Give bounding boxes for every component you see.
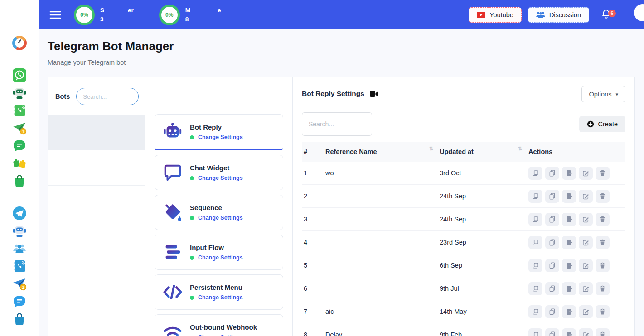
export-button[interactable]	[562, 305, 576, 318]
duplicate-button[interactable]	[545, 213, 559, 226]
telegram-icon[interactable]	[12, 206, 27, 221]
delete-button[interactable]	[596, 190, 610, 203]
copy-button[interactable]	[528, 167, 542, 180]
whatsapp-broadcast-icon[interactable]: 1	[12, 120, 27, 136]
whatsapp-shop-icon[interactable]	[12, 173, 27, 189]
edit-button[interactable]	[579, 167, 593, 180]
status-dot	[190, 135, 194, 139]
edit-button[interactable]	[579, 305, 593, 318]
feature-card-bot-reply[interactable]: Bot Reply Change Settings	[155, 114, 283, 150]
telegram-bot-icon[interactable]	[12, 223, 27, 239]
create-button[interactable]: Create	[579, 116, 625, 132]
delete-button[interactable]	[596, 236, 610, 249]
delete-button[interactable]	[596, 328, 610, 336]
stat-message: 0% Me 8	[159, 5, 221, 25]
youtube-button[interactable]: Youtube	[469, 7, 522, 23]
bot-list-item-selected[interactable]	[48, 115, 145, 150]
change-settings-link[interactable]: Change Settings	[190, 254, 243, 261]
hamburger-menu-button[interactable]	[49, 10, 61, 19]
delete-button[interactable]	[596, 305, 610, 318]
whatsapp-bot-icon[interactable]	[12, 85, 27, 101]
feature-card-sequence[interactable]: Sequence Change Settings	[155, 195, 283, 230]
delete-button[interactable]	[596, 167, 610, 180]
delete-button[interactable]	[596, 259, 610, 272]
copy-button[interactable]	[528, 328, 542, 336]
sort-icon[interactable]: ⇅	[518, 146, 522, 151]
duplicate-button[interactable]	[545, 167, 559, 180]
sequence-paint-bucket-icon	[162, 202, 183, 223]
copy-button[interactable]	[528, 236, 542, 249]
table-header: # Reference Name⇅ Updated at⇅ Actions	[302, 142, 625, 162]
bot-list-item[interactable]	[48, 186, 145, 221]
edit-button[interactable]	[579, 213, 593, 226]
duplicate-button[interactable]	[545, 305, 559, 318]
discussion-button[interactable]: Discussion	[528, 7, 589, 23]
telegram-broadcast-icon[interactable]: 1	[12, 276, 27, 292]
export-button[interactable]	[562, 259, 576, 272]
chat-widget-icon	[162, 162, 183, 183]
app-icon-rail: 1 1	[0, 0, 39, 336]
telegram-group-icon[interactable]	[12, 241, 27, 256]
copy-button[interactable]	[528, 282, 542, 295]
copy-button[interactable]	[528, 259, 542, 272]
row-number: 2	[304, 192, 325, 200]
feature-card-input-flow[interactable]: Input Flow Change Settings	[155, 235, 283, 270]
chevron-down-icon: ▾	[615, 91, 618, 97]
notification-bell-button[interactable]: 6	[601, 9, 611, 21]
row-number: 4	[304, 239, 325, 246]
integrations-puzzle-icon[interactable]	[12, 156, 27, 171]
edit-button[interactable]	[579, 259, 593, 272]
copy-button[interactable]	[528, 190, 542, 203]
feature-card-chat-widget[interactable]: Chat Widget Change Settings	[155, 155, 283, 190]
duplicate-button[interactable]	[545, 190, 559, 203]
telegram-chat-icon[interactable]	[12, 294, 27, 309]
copy-button[interactable]	[528, 305, 542, 318]
delete-button[interactable]	[596, 282, 610, 295]
change-settings-link[interactable]: Change Settings	[190, 334, 257, 336]
table-row: 5 6th Sep	[302, 254, 625, 277]
stat-message-label: Me	[185, 6, 221, 15]
stat-message-value: 8	[185, 15, 221, 24]
change-settings-link[interactable]: Change Settings	[190, 215, 243, 221]
export-button[interactable]	[562, 236, 576, 249]
change-settings-link[interactable]: Change Settings	[190, 175, 243, 181]
duplicate-button[interactable]	[545, 259, 559, 272]
edit-button[interactable]	[579, 190, 593, 203]
edit-button[interactable]	[579, 236, 593, 249]
copy-button[interactable]	[528, 213, 542, 226]
video-camera-icon[interactable]	[370, 91, 378, 97]
bots-search-input[interactable]	[76, 88, 139, 105]
table-search-input[interactable]	[302, 112, 372, 136]
export-button[interactable]	[562, 190, 576, 203]
export-button[interactable]	[562, 282, 576, 295]
export-button[interactable]	[562, 167, 576, 180]
whatsapp-icon[interactable]	[12, 67, 27, 83]
feature-card-persistent-menu[interactable]: Persistent Menu Change Settings	[155, 274, 283, 310]
duplicate-button[interactable]	[545, 236, 559, 249]
delete-button[interactable]	[596, 213, 610, 226]
duplicate-button[interactable]	[545, 328, 559, 336]
whatsapp-chat-icon[interactable]	[12, 138, 27, 154]
table-row: 4 23rd Sep	[302, 231, 625, 254]
edit-button[interactable]	[579, 282, 593, 295]
youtube-icon	[477, 12, 485, 18]
bot-list-item[interactable]	[48, 150, 145, 186]
dashboard-gauge-icon[interactable]	[12, 35, 27, 51]
options-dropdown-button[interactable]: Options ▾	[581, 86, 625, 102]
feature-card-outbound-webhook[interactable]: Out-bound Webhook Change Settings	[155, 314, 283, 336]
avatar[interactable]	[634, 4, 644, 21]
row-number: 7	[304, 308, 325, 315]
change-settings-link[interactable]: Change Settings	[190, 294, 243, 301]
change-settings-link[interactable]: Change Settings	[190, 134, 243, 140]
sort-icon[interactable]: ⇅	[429, 146, 433, 151]
message-progress-ring: 0%	[159, 5, 180, 25]
duplicate-button[interactable]	[545, 282, 559, 295]
export-button[interactable]	[562, 213, 576, 226]
edit-button[interactable]	[579, 328, 593, 336]
telegram-shop-icon[interactable]	[12, 312, 27, 327]
telegram-contacts-icon[interactable]	[12, 259, 27, 274]
col-header-name: Reference Name	[325, 148, 377, 155]
export-button[interactable]	[562, 328, 576, 336]
whatsapp-contacts-icon[interactable]	[12, 103, 27, 118]
bot-reply-settings-panel: Bot Reply Settings Options ▾ Create	[293, 77, 634, 336]
